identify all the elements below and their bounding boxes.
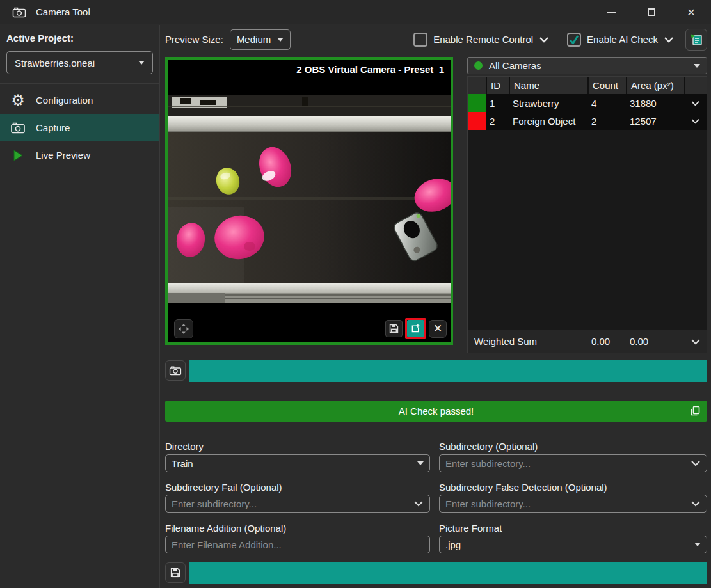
close-button[interactable]: ✕: [671, 0, 711, 24]
close-icon: ✕: [433, 322, 442, 335]
subdirectory-input[interactable]: [445, 458, 691, 469]
row-expand-button[interactable]: [684, 112, 707, 130]
camera-icon: [9, 122, 27, 134]
active-project-label: Active Project:: [6, 33, 153, 44]
title-bar: Camera Tool ✕: [0, 0, 711, 24]
picture-format-select[interactable]: .jpg: [439, 536, 707, 553]
subdirectory-fail-input[interactable]: [172, 498, 413, 509]
row-id: 2: [486, 112, 509, 130]
dropdown-arrow-icon: [694, 543, 701, 546]
class-color-swatch: [468, 112, 486, 130]
directory-select[interactable]: Train: [165, 454, 430, 472]
minimize-button[interactable]: [592, 0, 632, 24]
filename-addition-input[interactable]: [172, 539, 424, 550]
maximize-button[interactable]: [632, 0, 671, 24]
col-header-count: Count: [587, 77, 626, 94]
chevron-down-icon[interactable]: [539, 36, 549, 43]
col-header-area: Area (px²): [626, 77, 684, 94]
save-icon: [388, 323, 399, 334]
chevron-down-icon: [691, 338, 701, 345]
camera-icon: [10, 6, 28, 18]
save-progress-bar: [189, 562, 707, 584]
dropdown-arrow-icon: [277, 38, 284, 42]
preview-size-select[interactable]: Medium: [230, 29, 291, 50]
subdirectory-combo[interactable]: [439, 454, 707, 472]
capture-toolbar: Preview Size: Medium Enable Remote Contr…: [161, 25, 711, 54]
class-color-swatch: [468, 94, 486, 112]
export-report-button[interactable]: [685, 29, 707, 51]
minimize-icon: [607, 12, 616, 13]
capture-button[interactable]: [165, 360, 186, 381]
subdirectory-fail-combo[interactable]: [165, 495, 430, 513]
project-select[interactable]: Strawberries.oneai: [6, 51, 153, 74]
save-button[interactable]: [165, 562, 186, 583]
sidebar-item-configuration[interactable]: ⚙ Configuration: [0, 86, 159, 114]
camera-filter-value: All Cameras: [489, 60, 541, 71]
move-icon: [178, 323, 189, 335]
copy-icon: [689, 404, 701, 417]
chevron-down-icon: [413, 500, 424, 507]
preview-size-label: Preview Size:: [165, 34, 223, 45]
dropdown-arrow-icon: [417, 461, 424, 465]
subdirectory-fail-label: Subdirectory Fail (Optional): [165, 482, 430, 493]
camera-preview-image: [168, 60, 451, 342]
open-in-new-window-icon: [410, 323, 421, 334]
camera-tool-window: Camera Tool ✕ Active Project: Strawberri…: [0, 0, 711, 588]
weighted-sum-area: 0.00: [626, 330, 684, 353]
copy-button[interactable]: [689, 404, 701, 417]
dropdown-arrow-icon: [694, 64, 700, 68]
remote-control-checkbox[interactable]: [413, 33, 427, 47]
sidebar-item-live-preview[interactable]: Live Preview: [0, 141, 159, 169]
status-dot-icon: [474, 61, 483, 70]
weighted-sum-label: Weighted Sum: [468, 330, 587, 353]
col-header-id: ID: [486, 77, 509, 94]
detections-panel: ID Name Count Area (px²) 1 Strawberry 4 …: [467, 76, 707, 353]
subdirectory-false-detection-combo[interactable]: [439, 495, 707, 513]
picture-format-value: .jpg: [445, 539, 461, 550]
filename-addition-field[interactable]: [165, 536, 430, 553]
chevron-down-icon: [691, 500, 701, 507]
sidebar-item-label: Live Preview: [36, 150, 90, 161]
preview-controls: ✕: [174, 318, 447, 339]
sidebar-item-capture[interactable]: Capture: [0, 114, 159, 141]
popout-preview-button[interactable]: [407, 320, 424, 337]
ai-check-status-text: AI Check passed!: [399, 406, 474, 417]
chevron-down-icon: [691, 118, 700, 124]
preview-source-title: 2 OBS Virtual Camera - Preset_1: [296, 64, 444, 75]
ai-check-checkbox[interactable]: [567, 33, 581, 47]
camera-preview: 2 OBS Virtual Camera - Preset_1: [165, 57, 453, 345]
chevron-down-icon[interactable]: [664, 36, 674, 43]
window-title: Camera Tool: [36, 6, 90, 17]
table-row[interactable]: 2 Foreign Object 2 12507: [468, 112, 707, 130]
chevron-down-icon: [691, 460, 701, 466]
weighted-sum-row: Weighted Sum 0.00 0.00: [468, 330, 707, 353]
sidebar: Active Project: Strawberries.oneai ⚙ Con…: [0, 25, 160, 588]
ai-check-status-bar: AI Check passed!: [165, 401, 707, 422]
capture-progress-bar: [189, 360, 707, 382]
close-preview-button[interactable]: ✕: [429, 320, 447, 338]
play-icon: [9, 150, 27, 161]
weighted-sum-count: 0.00: [587, 330, 626, 353]
row-count: 2: [587, 112, 626, 130]
camera-icon: [169, 365, 182, 376]
ai-check-label: Enable AI Check: [587, 34, 658, 45]
move-preview-button[interactable]: [174, 319, 193, 338]
close-icon: ✕: [687, 6, 695, 19]
subdirectory-label: Subdirectory (Optional): [439, 441, 707, 452]
subdirectory-false-detection-input[interactable]: [445, 498, 691, 509]
row-expand-button[interactable]: [684, 94, 707, 112]
project-select-value: Strawberries.oneai: [15, 58, 95, 68]
row-name: Strawberry: [509, 94, 587, 112]
dropdown-arrow-icon: [138, 61, 145, 65]
camera-filter-select[interactable]: All Cameras: [467, 57, 707, 74]
gear-icon: ⚙: [9, 93, 27, 108]
row-count: 4: [587, 94, 626, 112]
directory-label: Directory: [165, 441, 430, 452]
table-row[interactable]: 1 Strawberry 4 31880: [468, 94, 707, 112]
directory-value: Train: [172, 458, 193, 469]
weighted-sum-expand-button[interactable]: [684, 330, 707, 353]
save-frame-button[interactable]: [385, 320, 403, 337]
remote-control-label: Enable Remote Control: [433, 34, 533, 45]
report-icon: [689, 33, 703, 47]
sidebar-item-label: Capture: [36, 122, 70, 133]
